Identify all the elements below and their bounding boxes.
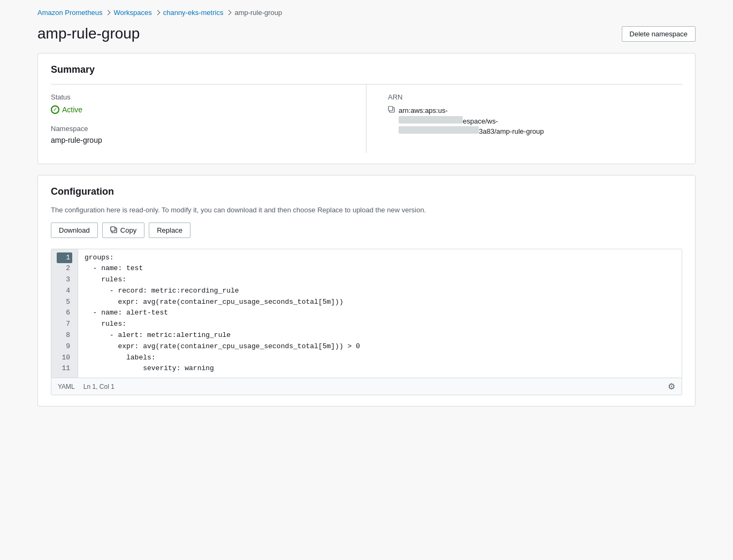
svg-rect-1: [388, 106, 393, 111]
line-number-11: 11: [57, 363, 72, 374]
namespace-label: Namespace: [51, 125, 345, 133]
code-body: 1234567891011 groups: - name: test rules…: [51, 249, 682, 378]
page-title-row: amp-rule-group Delete namespace: [37, 25, 696, 42]
line-number-7: 7: [57, 319, 72, 330]
configuration-buttons: Download Copy Replace: [51, 223, 682, 238]
breadcrumb: Amazon Prometheus Workspaces channy-eks-…: [37, 9, 696, 17]
settings-icon[interactable]: ⚙: [668, 381, 675, 392]
breadcrumb-sep-1: [105, 10, 111, 16]
arn-copy-icon[interactable]: [388, 106, 395, 115]
delete-namespace-button[interactable]: Delete namespace: [622, 26, 696, 42]
code-line-6: - name: alert-test: [85, 308, 675, 319]
status-value: ✓ Active: [51, 105, 82, 114]
namespace-value: amp-rule-group: [51, 136, 345, 144]
breadcrumb-sep-2: [155, 10, 160, 16]
line-number-5: 5: [57, 297, 72, 308]
summary-right-cell: ARN arn:aws:aps:us- espace/ws-: [366, 85, 682, 153]
code-line-11: severity: warning: [85, 363, 675, 374]
code-line-8: - alert: metric:alerting_rule: [85, 330, 675, 341]
code-line-5: expr: avg(rate(container_cpu_usage_secon…: [85, 297, 675, 308]
breadcrumb-amazon-prometheus[interactable]: Amazon Prometheus: [37, 9, 102, 17]
line-number-8: 8: [57, 330, 72, 341]
breadcrumb-workspace-name[interactable]: channy-eks-metrics: [163, 9, 224, 17]
status-label: Status: [51, 93, 345, 101]
summary-title: Summary: [51, 64, 682, 75]
summary-left-cell: Status ✓ Active Namespace amp-rule-group: [51, 85, 366, 153]
breadcrumb-sep-3: [226, 10, 232, 16]
arn-row: arn:aws:aps:us- espace/ws- 3a83/amp-rule…: [388, 105, 671, 137]
line-number-3: 3: [57, 274, 72, 286]
code-line-3: rules:: [85, 274, 675, 286]
line-number-1: 1: [57, 252, 72, 264]
code-editor: 1234567891011 groups: - name: test rules…: [51, 249, 682, 396]
line-number-10: 10: [57, 352, 72, 364]
breadcrumb-current: amp-rule-group: [234, 9, 282, 17]
line-number-9: 9: [57, 341, 72, 352]
svg-rect-3: [111, 227, 115, 231]
line-numbers: 1234567891011: [51, 249, 78, 378]
configuration-card: Configuration The configuration here is …: [37, 175, 696, 407]
line-number-2: 2: [57, 263, 72, 274]
arn-label: ARN: [388, 93, 671, 101]
line-number-6: 6: [57, 308, 72, 319]
summary-card: Summary Status ✓ Active Namespace amp-ru…: [37, 53, 696, 164]
arn-text: arn:aws:aps:us- espace/ws- 3a83/amp-rule…: [399, 105, 544, 137]
code-footer-info: YAML Ln 1, Col 1: [58, 383, 114, 390]
code-line-1: groups:: [85, 252, 675, 264]
line-number-4: 4: [57, 286, 72, 297]
code-content[interactable]: groups: - name: test rules: - record: me…: [78, 249, 682, 378]
code-line-10: labels:: [85, 352, 675, 364]
status-text: Active: [62, 105, 82, 114]
copy-icon: [110, 226, 118, 234]
replace-button[interactable]: Replace: [149, 223, 190, 238]
page-title: amp-rule-group: [37, 25, 140, 42]
code-format: YAML: [58, 383, 75, 390]
summary-grid: Status ✓ Active Namespace amp-rule-group…: [51, 84, 682, 153]
configuration-title: Configuration: [51, 186, 682, 197]
code-line-2: - name: test: [85, 263, 675, 274]
copy-button[interactable]: Copy: [102, 223, 144, 238]
breadcrumb-workspaces[interactable]: Workspaces: [113, 9, 151, 17]
status-active-icon: ✓: [51, 105, 59, 114]
configuration-description: The configuration here is read-only. To …: [51, 206, 682, 214]
code-line-7: rules:: [85, 319, 675, 330]
code-footer: YAML Ln 1, Col 1 ⚙: [51, 378, 682, 395]
page-container: Amazon Prometheus Workspaces channy-eks-…: [27, 0, 706, 426]
code-line-9: expr: avg(rate(container_cpu_usage_secon…: [85, 341, 675, 352]
code-line-4: - record: metric:recording_rule: [85, 286, 675, 297]
code-position: Ln 1, Col 1: [83, 383, 114, 390]
download-button[interactable]: Download: [51, 223, 98, 238]
